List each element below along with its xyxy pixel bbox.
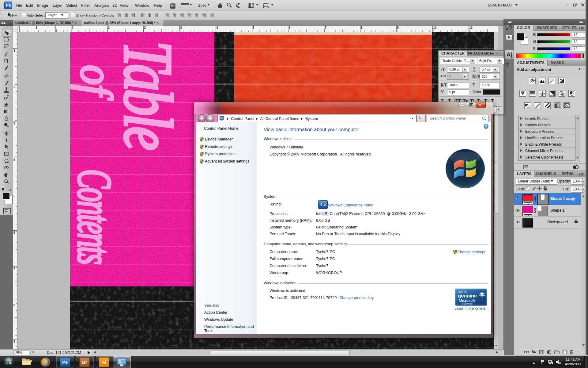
svg-text:T: T (5, 138, 8, 143)
